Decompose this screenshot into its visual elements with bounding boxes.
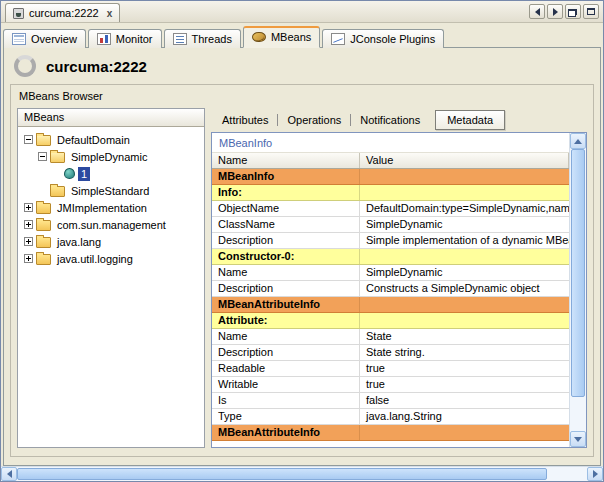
column-header-name[interactable]: Name — [212, 153, 360, 168]
tab-threads[interactable]: Threads — [164, 29, 241, 48]
vertical-scroll-track[interactable] — [570, 149, 586, 431]
cell-value: State — [360, 329, 569, 344]
threads-icon — [173, 33, 187, 45]
plugins-icon — [331, 33, 345, 45]
scroll-up-button[interactable] — [570, 133, 586, 149]
monitor-icon — [97, 33, 111, 45]
connection-content: curcuma:2222 MBeans Browser MBeans Defau… — [3, 47, 601, 466]
table-row[interactable]: Description State string. — [212, 345, 569, 361]
table-row[interactable]: ClassName SimpleDynamic — [212, 217, 569, 233]
vertical-scrollbar[interactable] — [569, 133, 586, 447]
expander-icon[interactable] — [24, 237, 33, 246]
restore-button[interactable] — [565, 4, 581, 19]
expander-icon[interactable] — [24, 220, 33, 229]
cell-name: Name — [212, 329, 360, 344]
tree-node-java-util-logging[interactable]: java.util.logging — [20, 250, 202, 267]
folder-open-icon — [50, 152, 65, 163]
table-row[interactable]: Writable true — [212, 377, 569, 393]
cell-value — [360, 185, 569, 200]
cell-name: ClassName — [212, 217, 360, 232]
folder-icon — [36, 237, 51, 248]
connection-busy-icon — [14, 55, 36, 77]
expander-icon[interactable] — [24, 254, 33, 263]
column-header-value[interactable]: Value — [360, 153, 569, 168]
table-row[interactable]: Info: — [212, 185, 569, 201]
connection-frame-tab[interactable]: curcuma:2222 x — [5, 3, 120, 22]
expander-icon[interactable] — [24, 203, 33, 212]
expander-icon[interactable] — [24, 135, 33, 144]
table-row[interactable]: Description Constructs a SimpleDynamic o… — [212, 281, 569, 297]
tree-node-1[interactable]: 1 — [20, 165, 202, 182]
table-row[interactable]: Description Simple implementation of a d… — [212, 233, 569, 249]
table-row[interactable]: Name State — [212, 329, 569, 345]
scroll-down-button[interactable] — [570, 431, 586, 447]
tab-overview[interactable]: Overview — [3, 29, 86, 48]
restore-icon — [570, 9, 577, 15]
table-header-row: Name Value — [212, 152, 569, 169]
cell-value — [360, 425, 569, 440]
tree-node-label: java.util.logging — [54, 252, 136, 266]
mbeans-tree: DefaultDomain SimpleDynamic 1 SimpleStan… — [18, 127, 204, 447]
scroll-down-icon — [574, 437, 582, 442]
detail-tab-attributes[interactable]: Attributes — [213, 111, 277, 129]
expander-icon[interactable] — [38, 152, 47, 161]
cell-name: Description — [212, 233, 360, 248]
horizontal-scroll-track[interactable] — [17, 467, 587, 481]
tree-node-defaultdomain[interactable]: DefaultDomain — [20, 131, 202, 148]
table-title: MBeanInfo — [212, 133, 569, 152]
detail-tab-notifications[interactable]: Notifications — [351, 111, 429, 129]
back-button[interactable] — [529, 4, 545, 19]
cell-name: MBeanAttributeInfo — [212, 425, 360, 440]
cell-value — [360, 313, 569, 328]
split-pane: MBeans DefaultDomain SimpleDynamic 1 Sim… — [11, 108, 593, 456]
tree-node-label: SimpleDynamic — [68, 150, 150, 164]
tree-node-com-sun-management[interactable]: com.sun.management — [20, 216, 202, 233]
table-row[interactable]: ObjectName DefaultDomain:type=SimpleDyna… — [212, 201, 569, 217]
detail-tab-metadata[interactable]: Metadata — [435, 110, 505, 130]
table-row[interactable]: Constructor-0: — [212, 249, 569, 265]
table-row[interactable]: Type java.lang.String — [212, 409, 569, 425]
maximize-icon — [587, 8, 595, 15]
forward-button[interactable] — [547, 4, 563, 19]
vertical-scroll-thumb[interactable] — [571, 149, 585, 397]
table-row[interactable]: Readable true — [212, 361, 569, 377]
connection-header: curcuma:2222 — [4, 48, 600, 81]
table-row[interactable]: Name SimpleDynamic — [212, 265, 569, 281]
table-row[interactable]: Attribute: — [212, 313, 569, 329]
scroll-right-button[interactable] — [587, 467, 603, 481]
tree-node-java-lang[interactable]: java.lang — [20, 233, 202, 250]
table-row[interactable]: MBeanAttributeInfo — [212, 425, 569, 441]
table-row[interactable]: MBeanInfo — [212, 169, 569, 185]
tree-node-simplestandard[interactable]: SimpleStandard — [20, 182, 202, 199]
tab-label: Overview — [31, 33, 77, 45]
table-row[interactable]: MBeanAttributeInfo — [212, 297, 569, 313]
scroll-left-button[interactable] — [1, 467, 17, 481]
tree-node-simpledynamic[interactable]: SimpleDynamic — [20, 148, 202, 165]
main-tab-strip: Overview Monitor Threads MBeans JConsole… — [1, 23, 603, 47]
folder-icon — [36, 203, 51, 214]
cell-value — [360, 169, 569, 184]
tab-mbeans[interactable]: MBeans — [243, 26, 320, 48]
tree-node-label: java.lang — [54, 235, 104, 249]
tab-label: Threads — [192, 33, 232, 45]
maximize-button[interactable] — [583, 4, 599, 19]
horizontal-scroll-thumb[interactable] — [17, 468, 547, 480]
table-row[interactable]: Is false — [212, 393, 569, 409]
cell-value: SimpleDynamic — [360, 265, 569, 280]
close-tab-icon[interactable]: x — [107, 8, 113, 19]
tab-label: Monitor — [116, 33, 153, 45]
tab-monitor[interactable]: Monitor — [88, 29, 162, 48]
scroll-left-icon — [7, 470, 12, 478]
cell-value: SimpleDynamic — [360, 217, 569, 232]
cell-value: State string. — [360, 345, 569, 360]
tab-jconsole-plugins[interactable]: JConsole Plugins — [322, 29, 444, 48]
folder-icon — [50, 186, 65, 197]
detail-tab-operations[interactable]: Operations — [278, 111, 350, 129]
mbeans-browser-panel: MBeans Browser MBeans DefaultDomain Simp… — [10, 84, 594, 457]
mdi-controls — [529, 4, 599, 19]
cell-value: DefaultDomain:type=SimpleDynamic,name=1 — [360, 201, 569, 216]
scroll-right-icon — [593, 470, 598, 478]
horizontal-scrollbar[interactable] — [1, 466, 603, 481]
cell-name: Info: — [212, 185, 360, 200]
tree-node-jmimplementation[interactable]: JMImplementation — [20, 199, 202, 216]
